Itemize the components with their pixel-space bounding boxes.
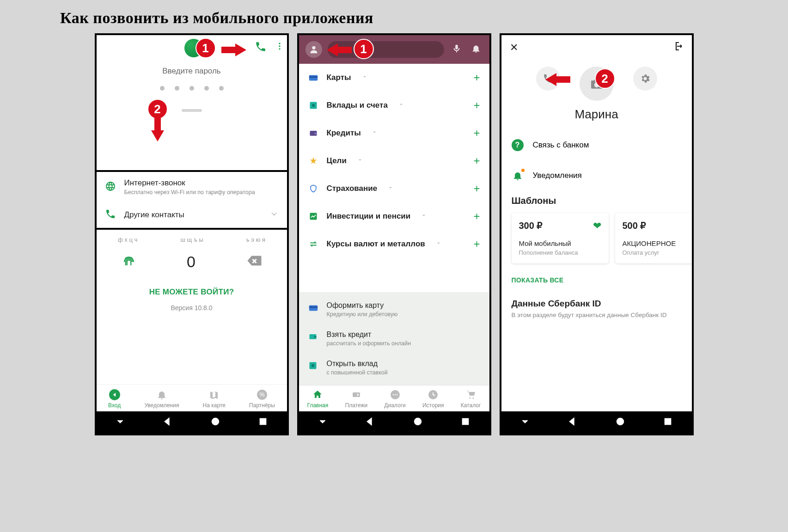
section-label: Карты [327, 73, 351, 82]
nav-chevron-icon[interactable] [318, 416, 328, 428]
contact-bank-row[interactable]: ? Связь с банком [501, 130, 692, 160]
template-card[interactable]: ❤ 500 ₽ АКЦИОНЕРНОЕ Оплата услуг [615, 213, 694, 263]
add-icon[interactable]: + [473, 210, 480, 223]
tab-catalog[interactable]: Каталог [461, 389, 481, 409]
nav-chevron-icon[interactable] [115, 416, 125, 428]
close-icon[interactable]: ✕ [510, 42, 518, 54]
tab-login[interactable]: Вход [108, 389, 121, 409]
svg-rect-31 [463, 419, 469, 425]
tab-payments[interactable]: Платежи [345, 389, 367, 409]
settings-action[interactable] [633, 67, 657, 91]
other-contacts-option[interactable]: Другие контакты [97, 202, 287, 228]
key-0[interactable]: 0 [187, 253, 195, 271]
templates-cards: ❤ 300 ₽ Мой мобильный Пополнение баланса… [501, 211, 692, 272]
nav-back-icon[interactable] [365, 416, 375, 428]
other-contacts-label: Другие контакты [124, 210, 261, 220]
contact-bank-label: Связь с банком [533, 141, 589, 150]
sber-id-section[interactable]: Данные Сбербанк ID В этом разделе будут … [501, 288, 692, 322]
nav-chevron-icon[interactable] [520, 416, 530, 428]
notifications-label: Уведомления [533, 171, 582, 180]
home-icon [312, 389, 323, 400]
svg-point-25 [394, 394, 395, 395]
add-icon[interactable]: + [473, 182, 480, 195]
template-card[interactable]: ❤ 300 ₽ Мой мобильный Пополнение баланса [512, 213, 609, 263]
chevron-down-icon [269, 209, 279, 220]
internet-call-option[interactable]: Интернет-звонок Бесплатно через Wi-Fi ил… [97, 172, 287, 202]
svg-rect-7 [260, 419, 266, 425]
section-safe[interactable]: Вклады и счета + [299, 92, 489, 119]
section-cards[interactable]: Карты + [299, 64, 489, 92]
tab-home[interactable]: Главная [307, 389, 329, 409]
nav-home-icon[interactable] [413, 416, 423, 428]
offer-row[interactable]: Оформить карту Кредитную или дебетовую [299, 295, 489, 324]
section-label: Инвестиции и пенсии [327, 212, 411, 221]
svg-text:%: % [260, 391, 265, 398]
section-shield[interactable]: Страхование + [299, 175, 489, 202]
nav-recent-icon[interactable] [258, 416, 268, 428]
call-options-panel: Интернет-звонок Бесплатно через Wi-Fi ил… [97, 170, 287, 230]
android-nav [299, 411, 489, 434]
top-bar: 1 [299, 35, 489, 64]
offer-subtitle: с повышенной ставкой [327, 369, 388, 376]
svg-point-21 [311, 364, 314, 367]
add-icon[interactable]: + [473, 154, 480, 167]
android-nav [501, 411, 692, 434]
template-amount: 300 ₽ [519, 220, 601, 231]
notifications-row[interactable]: Уведомления [501, 160, 692, 191]
profile-icon[interactable] [305, 41, 322, 58]
svg-point-29 [472, 397, 474, 399]
section-wallet[interactable]: Кредиты + [299, 119, 489, 147]
cant-login-link[interactable]: НЕ МОЖЕТЕ ВОЙТИ? [97, 287, 287, 297]
offer-row[interactable]: Взять кредит рассчитать и оформить онлай… [299, 324, 489, 353]
svg-point-24 [392, 394, 393, 395]
chevron-down-icon [387, 184, 394, 193]
show-all-link[interactable]: ПОКАЗАТЬ ВСЕ [501, 272, 692, 288]
phone-icon[interactable] [255, 41, 267, 53]
svg-rect-14 [314, 133, 317, 134]
nav-recent-icon[interactable] [663, 416, 673, 428]
add-icon[interactable]: + [473, 238, 480, 251]
svg-rect-16 [309, 306, 317, 311]
tab-notifications[interactable]: Уведомления [144, 389, 179, 409]
tab-on-map[interactable]: На карте [203, 389, 226, 409]
section-star[interactable]: Цели + [299, 147, 489, 175]
section-swap[interactable]: Курсы валют и металлов + [299, 230, 489, 258]
mic-icon[interactable] [450, 42, 464, 57]
swap-icon [308, 239, 318, 249]
tab-dialogs[interactable]: Диалоги [384, 389, 405, 409]
chevron-down-icon [398, 101, 404, 110]
star-icon [308, 156, 318, 165]
backspace-icon[interactable] [245, 252, 262, 271]
section-chart[interactable]: Инвестиции и пенсии + [299, 202, 489, 230]
tab-partners[interactable]: % Партнёры [249, 389, 275, 409]
screen-3-profile: ✕ 2 Марина ? Связь с банком Уведомления … [500, 33, 694, 435]
annotation-badge-2: 2 [595, 68, 615, 89]
tab-history[interactable]: История [422, 389, 444, 409]
login-icon [109, 389, 121, 400]
section-label: Страхование [327, 184, 378, 193]
add-icon[interactable]: + [473, 71, 480, 84]
logout-icon[interactable] [672, 41, 684, 55]
add-icon[interactable]: + [473, 99, 480, 112]
svg-rect-19 [314, 336, 316, 337]
bottom-tabs: Главная Платежи Диалоги История Каталог [299, 385, 489, 411]
shield-icon [308, 184, 318, 193]
more-icon[interactable] [275, 42, 284, 51]
chevron-down-icon [435, 240, 442, 248]
offer-row[interactable]: Открыть вклад с повышенной ставкой [299, 353, 489, 382]
heart-icon[interactable]: ❤ [593, 220, 601, 232]
bell-icon[interactable] [469, 42, 483, 57]
sheet-handle[interactable] [182, 109, 202, 112]
fingerprint-icon[interactable] [121, 253, 137, 270]
annotation-badge-1: 1 [195, 38, 216, 58]
add-icon[interactable]: + [473, 127, 480, 140]
chevron-down-icon [361, 73, 368, 82]
nav-home-icon[interactable] [210, 416, 220, 428]
nav-back-icon[interactable] [163, 416, 173, 428]
offer-icon [308, 332, 318, 343]
nav-back-icon[interactable] [568, 416, 578, 428]
page-title: Как позвонить из мобильного приложения [60, 9, 779, 27]
nav-recent-icon[interactable] [460, 416, 470, 428]
sber-id-desc: В этом разделе будут храниться данные Сб… [512, 312, 682, 318]
nav-home-icon[interactable] [615, 416, 625, 428]
